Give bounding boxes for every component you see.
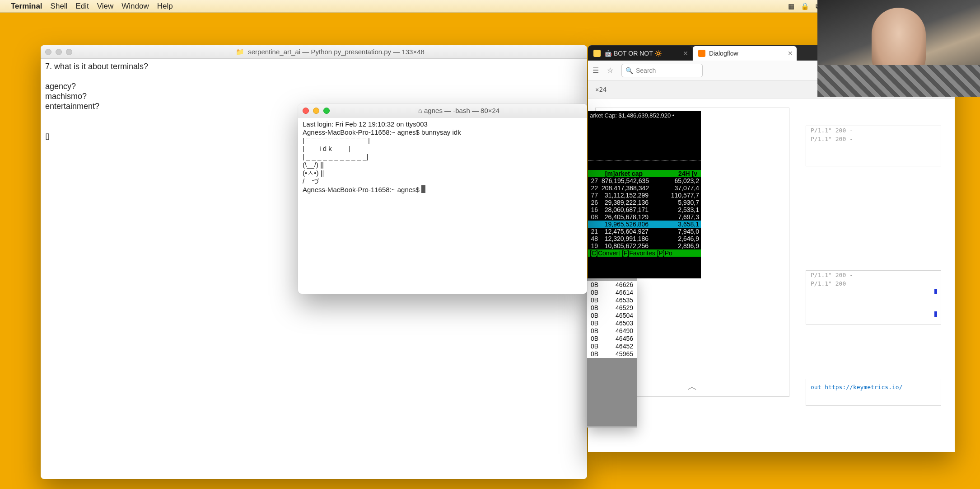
search-icon: 🔍 bbox=[625, 67, 633, 74]
terminal-bash-window[interactable]: ⌂ agnes — -bash — 80×24 Last login: Fri … bbox=[298, 104, 587, 294]
menu-view[interactable]: View bbox=[97, 2, 114, 11]
keymetrics-link[interactable]: out https://keymetrics.io/ bbox=[811, 384, 903, 390]
window-title: ⌂ agnes — -bash — 80×24 bbox=[335, 107, 583, 114]
crypto-footer: [C]Convert [F]Favorites [P]Po bbox=[588, 249, 701, 257]
link-panel: out https://keymetrics.io/ bbox=[806, 379, 941, 406]
tab-label: 🤖 BOT OR NOT 🔅 bbox=[604, 50, 662, 57]
menu-edit[interactable]: Edit bbox=[75, 2, 89, 11]
close-tab-icon[interactable]: ✕ bbox=[788, 50, 793, 57]
webcam-overlay bbox=[817, 0, 980, 97]
folder-icon: 📁 bbox=[236, 48, 244, 56]
lock-icon[interactable]: 🔒 bbox=[801, 2, 809, 10]
zoom-button[interactable] bbox=[323, 108, 330, 114]
menu-shell[interactable]: Shell bbox=[51, 2, 68, 11]
crypto-row: 19,965,526,8063,658,1 bbox=[588, 221, 701, 228]
tab-label: Dialogflow bbox=[709, 50, 738, 57]
crypto-row: 7731,112,152,299110,577,7 bbox=[588, 192, 701, 199]
reader-icon[interactable]: ☰ bbox=[593, 66, 602, 75]
data-row: 0B46504 bbox=[587, 312, 637, 320]
zoom-button[interactable] bbox=[66, 49, 72, 55]
data-row: 0B45965 bbox=[587, 350, 637, 358]
terminal-output[interactable]: Last login: Fri Feb 12 19:10:32 on ttys0… bbox=[298, 118, 587, 197]
scroll-marker bbox=[934, 311, 937, 317]
market-cap-label: arket Cap: $1,486,639,852,920 • bbox=[588, 111, 701, 120]
minimize-button[interactable] bbox=[56, 49, 62, 55]
tab-favicon bbox=[698, 50, 705, 57]
grey-data-window[interactable]: 0B466260B466140B465350B465290B465040B465… bbox=[587, 278, 637, 428]
data-row: 0B46529 bbox=[587, 304, 637, 312]
data-row: 0B46626 bbox=[587, 281, 637, 289]
grid-icon[interactable]: ▦ bbox=[788, 2, 794, 10]
window-title: 📁 serpentine_art_ai — Python py_presenta… bbox=[78, 48, 583, 56]
crypto-row: 1910,805,672,2562,896,9 bbox=[588, 242, 701, 249]
crypto-row: 27876,195,542,63565,023,2 bbox=[588, 177, 701, 184]
menu-help[interactable]: Help bbox=[157, 2, 173, 11]
log-panel-2: P/1.1" 200 - P/1.1" 200 - bbox=[806, 270, 941, 324]
crypto-row: 4812,320,991,1862,646,9 bbox=[588, 235, 701, 242]
data-row: 0B46452 bbox=[587, 343, 637, 350]
titlebar[interactable]: 📁 serpentine_art_ai — Python py_presenta… bbox=[41, 45, 587, 59]
active-app-name[interactable]: Terminal bbox=[11, 2, 42, 11]
log-line: P/1.1" 200 - bbox=[806, 135, 941, 143]
close-button[interactable] bbox=[303, 108, 309, 114]
data-row: 0B46490 bbox=[587, 327, 637, 335]
menu-window[interactable]: Window bbox=[121, 2, 149, 11]
tab-favicon bbox=[593, 50, 601, 57]
titlebar[interactable]: ⌂ agnes — -bash — 80×24 bbox=[298, 104, 587, 118]
data-row: 0B46614 bbox=[587, 289, 637, 296]
presenter-scarf bbox=[817, 65, 980, 97]
log-line: P/1.1" 200 - bbox=[806, 126, 941, 135]
close-tab-icon[interactable]: ✕ bbox=[683, 50, 688, 57]
close-button[interactable] bbox=[45, 49, 51, 55]
crypto-terminal-window[interactable]: arket Cap: $1,486,639,852,920 • [m]arket… bbox=[588, 111, 701, 278]
ascii-chart bbox=[588, 120, 701, 170]
data-row: 0B46456 bbox=[587, 335, 637, 343]
sub-dimensions: ×24 bbox=[595, 86, 607, 93]
tab-bot-or-not[interactable]: 🤖 BOT OR NOT 🔅 ✕ bbox=[588, 46, 692, 61]
crypto-row: 1628,060,687,1712,533,1 bbox=[588, 206, 701, 213]
minimize-button[interactable] bbox=[313, 108, 319, 114]
crypto-row: 0826,405,678,1297,697,3 bbox=[588, 213, 701, 221]
cursor bbox=[421, 185, 425, 193]
crypto-row: 2629,389,222,1365,930,7 bbox=[588, 199, 701, 206]
home-icon: ⌂ bbox=[418, 107, 422, 114]
data-row: 0B46503 bbox=[587, 320, 637, 327]
search-input[interactable]: 🔍 Search bbox=[621, 64, 703, 77]
crypto-row: 22208,417,368,34237,077,4 bbox=[588, 184, 701, 192]
crypto-table-header: [m]arket cap 24H [v bbox=[588, 170, 701, 177]
scroll-marker bbox=[934, 289, 937, 294]
tab-dialogflow[interactable]: Dialogflow ✕ bbox=[693, 46, 797, 61]
log-line: P/1.1" 200 - bbox=[806, 279, 941, 288]
log-line: P/1.1" 200 - bbox=[806, 271, 941, 279]
log-panel-1: P/1.1" 200 - P/1.1" 200 - bbox=[806, 126, 941, 166]
bookmark-icon[interactable]: ☆ bbox=[607, 66, 616, 75]
crypto-row: 2112,475,604,9277,945,0 bbox=[588, 228, 701, 235]
grey-empty-area bbox=[587, 358, 637, 426]
search-placeholder: Search bbox=[636, 67, 656, 74]
data-row: 0B46535 bbox=[587, 296, 637, 304]
chevron-up-icon[interactable]: ︿ bbox=[687, 380, 697, 394]
